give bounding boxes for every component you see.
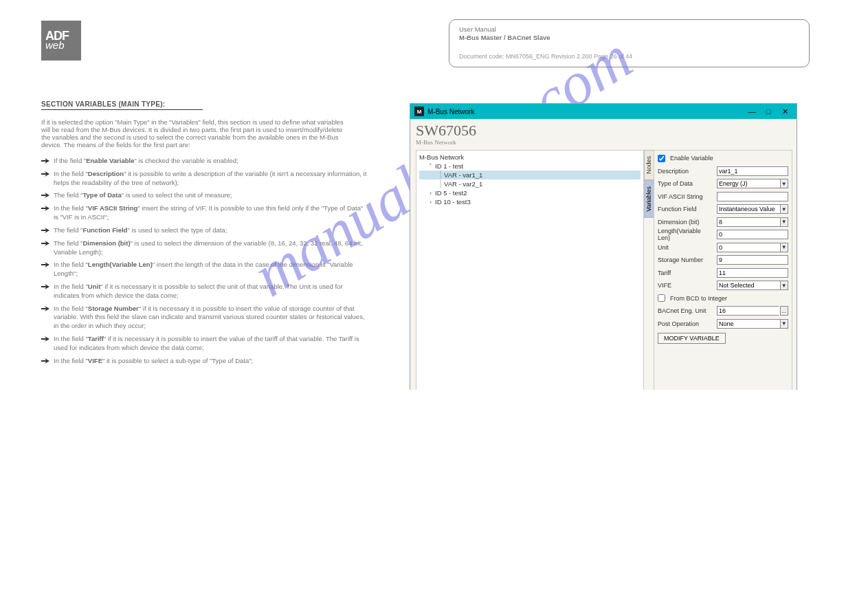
tariff-input[interactable] (717, 268, 788, 278)
pixel-bullet-icon (41, 192, 49, 199)
minimize-button[interactable]: — (744, 106, 759, 117)
pixel-bullet-icon (41, 261, 49, 268)
tree-var-selected[interactable]: ┊VAR - var1_1 (419, 171, 641, 179)
bullet-text: In the field "Tariff" if it is necessary… (54, 335, 368, 353)
bullet-text: In the field "Unit" if it is necessary i… (54, 283, 368, 300)
bullet-text: In the field "Length(Variable Len)" inse… (54, 261, 368, 278)
pixel-bullet-icon (41, 283, 49, 290)
vif-ascii-label: VIF ASCII String (658, 193, 714, 200)
svg-marker-0 (41, 158, 49, 164)
section-title: SECTION VARIABLES (MAIN TYPE): (41, 100, 203, 110)
svg-marker-9 (41, 336, 49, 342)
bullet-text: The field "Function Field" is used to se… (54, 226, 368, 235)
bcd-to-integer-checkbox[interactable] (658, 294, 665, 302)
type-of-data-select[interactable] (717, 179, 780, 188)
tree-node[interactable]: ›ID 5 - test2 (419, 188, 641, 197)
post-operation-select[interactable] (717, 319, 780, 329)
header-box: User Manual M-Bus Master / BACnet Slave … (449, 19, 810, 67)
pixel-bullet-icon (41, 305, 49, 312)
dropdown-icon[interactable]: ▼ (780, 217, 788, 227)
bullet-text: In the field "VIFE" it is possible to se… (54, 357, 368, 366)
bacnet-eng-unit-input[interactable] (717, 306, 779, 316)
dropdown-icon[interactable]: ▼ (780, 319, 788, 329)
app-title-code: SW67056 (416, 122, 476, 139)
pixel-bullet-icon (41, 157, 49, 164)
bullet-text: In the field "Description" it is possibl… (54, 170, 368, 188)
tree-root[interactable]: M-Bus Network (419, 153, 641, 162)
hdr-doc: Document code: MN67056_ENG Revision 2.20… (459, 53, 799, 61)
dimension-label: Dimension (bit) (658, 219, 714, 226)
pixel-bullet-icon (41, 358, 49, 364)
app-title: SW67056 M-Bus Network (416, 122, 792, 146)
dropdown-icon[interactable]: ▼ (780, 179, 788, 188)
dropdown-icon[interactable]: ▼ (780, 243, 788, 252)
tree-node[interactable]: ˅ID 1 - test (419, 162, 641, 171)
tariff-label: Tariff (658, 270, 714, 276)
browse-button[interactable]: ... (780, 306, 788, 316)
unit-label: Unit (658, 244, 714, 251)
dropdown-icon[interactable]: ▼ (780, 204, 788, 214)
bullet-text: The field "Dimension (bit)" is used to s… (54, 239, 368, 257)
function-field-select[interactable] (717, 204, 780, 214)
bcd-to-integer-label: From BCD to Integer (670, 295, 727, 302)
svg-marker-8 (41, 306, 49, 311)
bullet-list: If the field "Enable Variable" is checke… (41, 157, 368, 365)
intro-text: If it is selected the option "Main Type"… (41, 118, 350, 149)
svg-marker-6 (41, 262, 49, 267)
svg-marker-10 (41, 358, 49, 364)
svg-marker-1 (41, 171, 49, 177)
post-operation-label: Post Operation (658, 320, 714, 327)
vife-label: VIFE (658, 282, 714, 289)
tab-nodes[interactable]: Nodes (644, 150, 654, 180)
network-tree[interactable]: M-Bus Network ˅ID 1 - test ┊VAR - var1_1… (416, 150, 644, 390)
storage-number-label: Storage Number (658, 256, 714, 263)
bullet-text: In the field "Storage Number" if it is n… (54, 305, 368, 331)
svg-marker-5 (41, 241, 49, 246)
hdr-line1: User Manual (459, 25, 799, 34)
hdr-line2: M-Bus Master / BACnet Slave (459, 34, 799, 42)
description-input[interactable] (717, 166, 788, 176)
storage-number-input[interactable] (717, 255, 788, 265)
titlebar[interactable]: M M-Bus Network — □ ✕ (410, 104, 797, 119)
bullet-text: The field "Type of Data" is used to sele… (54, 191, 368, 200)
tree-node[interactable]: ›ID 10 - test3 (419, 197, 641, 206)
length-label: Length(Variable Len) (658, 228, 714, 241)
svg-marker-2 (41, 193, 49, 198)
close-button[interactable]: ✕ (777, 106, 792, 117)
pixel-bullet-icon (41, 205, 49, 212)
enable-variable-label: Enable Variable (670, 155, 713, 162)
app-title-sub: M-Bus Network (416, 139, 792, 146)
window-title: M-Bus Network (427, 108, 474, 116)
svg-marker-3 (41, 206, 49, 211)
pixel-bullet-icon (41, 171, 49, 177)
length-input[interactable] (717, 230, 788, 239)
tab-variables[interactable]: Variables (644, 180, 654, 218)
modify-variable-button[interactable]: MODIFY VARIABLE (658, 333, 726, 344)
pixel-bullet-icon (41, 336, 49, 342)
type-of-data-label: Type of Data (658, 180, 714, 187)
unit-select[interactable] (717, 243, 780, 252)
bacnet-eng-unit-label: BACnet Eng. Unit (658, 307, 714, 314)
app-icon: M (414, 107, 424, 116)
svg-marker-7 (41, 284, 49, 289)
pixel-bullet-icon (41, 240, 49, 247)
function-field-label: Function Field (658, 206, 714, 212)
pixel-bullet-icon (41, 227, 49, 234)
vife-select[interactable] (717, 281, 780, 290)
dimension-select[interactable] (717, 217, 780, 227)
description-label: Description (658, 168, 714, 175)
tree-var[interactable]: ┊VAR - var2_1 (419, 179, 641, 188)
enable-variable-checkbox[interactable] (658, 155, 665, 162)
svg-marker-4 (41, 228, 49, 233)
bullet-text: In the field "VIF ASCII String" insert t… (54, 204, 368, 222)
variables-panel: Enable Variable Description Type of Data… (654, 150, 792, 390)
logo: ADFweb (41, 21, 81, 61)
app-window: M M-Bus Network — □ ✕ SW67056 M-Bus Netw… (410, 103, 797, 390)
vif-ascii-input[interactable] (717, 192, 788, 201)
dropdown-icon[interactable]: ▼ (780, 281, 788, 290)
maximize-button[interactable]: □ (761, 106, 776, 117)
bullet-text: If the field "Enable Variable" is checke… (54, 157, 368, 166)
